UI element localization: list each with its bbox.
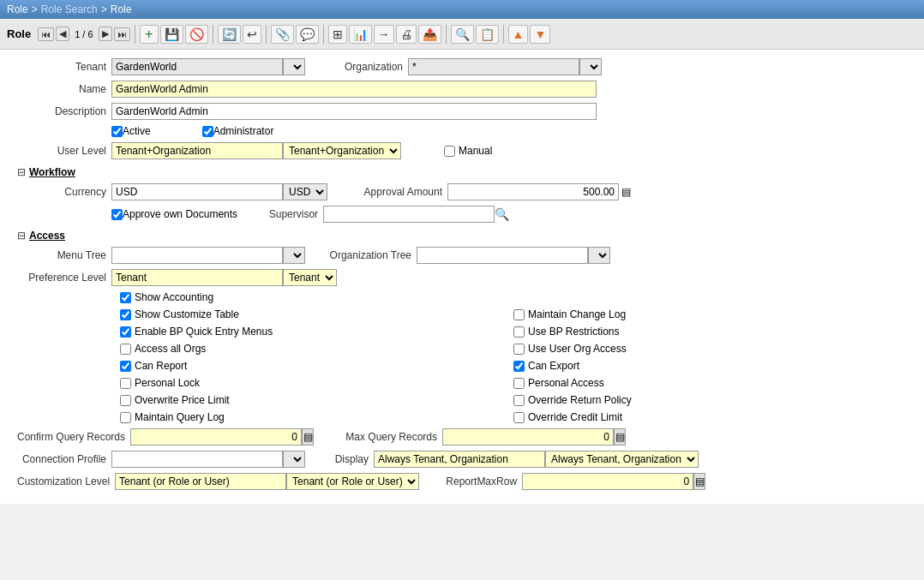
breadcrumb-sep2: > [101, 3, 107, 15]
export-button[interactable]: 📤 [418, 25, 441, 44]
nav-first-button[interactable]: ⏮ [38, 27, 54, 41]
zoom-button[interactable]: 🔍 [451, 25, 474, 44]
down-button[interactable]: ▼ [530, 25, 550, 44]
approve-own-docs-label: Approve own Documents [123, 208, 237, 220]
customization-level-dropdown[interactable]: Tenant (or Role or User) [286, 473, 419, 490]
overwrite-price-limit-label: Overwrite Price Limit [135, 394, 230, 406]
administrator-checkbox[interactable] [202, 126, 213, 137]
tenant-input[interactable] [111, 58, 283, 75]
show-accounting-checkbox[interactable] [120, 292, 131, 303]
use-bp-restrictions-checkbox[interactable] [513, 326, 525, 338]
user-level-dropdown[interactable]: Tenant+Organization [283, 142, 401, 159]
personal-lock-label: Personal Lock [135, 377, 200, 389]
chart-button[interactable]: 📊 [349, 25, 372, 44]
override-return-policy-checkbox[interactable] [513, 395, 525, 406]
note-button[interactable]: 💬 [296, 25, 319, 44]
report-max-row-input[interactable] [522, 473, 693, 490]
use-user-org-access-checkbox[interactable] [513, 344, 525, 355]
supervisor-search-icon[interactable]: 🔍 [495, 207, 508, 221]
customization-level-input[interactable] [115, 473, 286, 490]
cb-row-personal-lock-access: Personal Lock Personal Access [120, 377, 907, 389]
breadcrumb-link1[interactable]: Role Search [41, 3, 98, 15]
name-input[interactable] [111, 81, 597, 98]
workflow-section-label: Workflow [29, 166, 75, 178]
show-customize-table-checkbox[interactable] [120, 309, 131, 320]
print-button[interactable]: 🖨 [396, 25, 417, 44]
menu-tree-input[interactable] [111, 247, 283, 264]
access-all-orgs-checkbox[interactable] [120, 344, 131, 355]
overwrite-price-limit-checkbox[interactable] [120, 395, 131, 406]
override-return-policy-label: Override Return Policy [528, 394, 632, 406]
override-credit-limit-checkbox[interactable] [513, 412, 525, 423]
preference-level-input[interactable] [111, 269, 283, 286]
org-input[interactable] [408, 58, 579, 75]
can-report-checkbox[interactable] [120, 361, 131, 372]
cb-row-bp-quick-restrictions: Enable BP Quick Entry Menus Use BP Restr… [120, 326, 907, 338]
nav-next-button[interactable]: ▶ [99, 27, 112, 41]
report-max-row-label: ReportMaxRow [436, 475, 522, 487]
active-checkbox[interactable] [111, 126, 123, 137]
can-export-checkbox[interactable] [513, 361, 525, 372]
refresh-button[interactable]: 🔄 [218, 25, 241, 44]
toolbar-title: Role [7, 27, 31, 40]
user-level-label: User Level [17, 145, 111, 157]
cb-row-price-return: Overwrite Price Limit Override Return Po… [120, 394, 907, 406]
manual-checkbox[interactable] [444, 146, 455, 157]
approval-amount-input[interactable] [447, 183, 619, 200]
save-button[interactable]: 💾 [160, 25, 183, 44]
workflow-section-header[interactable]: ⊟ Workflow [17, 166, 907, 178]
org-label: Organization [331, 61, 408, 73]
nav-last-button[interactable]: ⏭ [114, 27, 130, 41]
currency-input[interactable] [111, 183, 283, 200]
personal-access-checkbox[interactable] [513, 378, 525, 389]
org-tree-dropdown[interactable] [588, 247, 610, 264]
max-query-records-input[interactable] [442, 428, 614, 445]
toolbar-sep2 [213, 25, 213, 44]
report-max-row-spin[interactable]: ▤ [693, 473, 705, 490]
toolbar: Role ⏮ ◀ 1 / 6 ▶ ⏭ + 💾 🚫 🔄 ↩ 📎 💬 ⊞ 📊 → 🖨… [0, 19, 924, 50]
org-dropdown[interactable] [579, 58, 602, 75]
connection-profile-dropdown[interactable] [283, 451, 305, 468]
approval-amount-spin[interactable]: ▤ [619, 185, 633, 199]
attach-button[interactable]: 📎 [271, 25, 294, 44]
active-label: Active [123, 125, 151, 137]
preference-level-dropdown[interactable]: Tenant [283, 269, 337, 286]
grid-button[interactable]: ⊞ [328, 25, 347, 44]
display-label: Display [322, 453, 374, 465]
up-button[interactable]: ▲ [508, 25, 529, 44]
tenant-dropdown[interactable] [283, 58, 305, 75]
toolbar-sep4 [323, 25, 324, 44]
maintain-change-log-checkbox[interactable] [513, 309, 525, 320]
enable-bp-quick-checkbox[interactable] [120, 326, 131, 338]
connection-profile-input[interactable] [111, 451, 283, 468]
tenant-label: Tenant [17, 61, 111, 73]
display-input[interactable] [374, 451, 545, 468]
menu-tree-dropdown[interactable] [283, 247, 305, 264]
personal-lock-checkbox[interactable] [120, 378, 131, 389]
delete-button[interactable]: 🚫 [185, 25, 208, 44]
confirm-query-spin[interactable]: ▤ [302, 428, 314, 445]
nav-prev-button[interactable]: ◀ [56, 27, 69, 41]
confirm-query-records-input[interactable] [130, 428, 302, 445]
approve-own-docs-checkbox[interactable] [111, 209, 123, 220]
desc-input[interactable] [111, 103, 597, 120]
customization-level-label: Customization Level [17, 475, 115, 487]
arrow-right-button[interactable]: → [374, 25, 394, 44]
display-dropdown[interactable]: Always Tenant, Organization [545, 451, 699, 468]
report-button[interactable]: 📋 [476, 25, 499, 44]
maintain-query-log-checkbox[interactable] [120, 412, 131, 423]
form-area: Tenant Organization Name Description [0, 50, 924, 504]
menu-tree-label: Menu Tree [17, 249, 111, 261]
supervisor-input[interactable] [323, 206, 495, 223]
breadcrumb: Role > Role Search > Role [0, 0, 924, 19]
undo-button[interactable]: ↩ [243, 25, 261, 44]
approve-supervisor-row: Approve own Documents Supervisor 🔍 [17, 206, 907, 223]
access-section-header[interactable]: ⊟ Access [17, 230, 907, 242]
new-record-button[interactable]: + [140, 25, 159, 44]
name-row: Name [17, 81, 907, 98]
org-tree-input[interactable] [417, 247, 588, 264]
max-query-spin[interactable]: ▤ [614, 428, 626, 445]
currency-dropdown[interactable]: USD [283, 183, 327, 200]
user-level-input[interactable] [111, 142, 283, 159]
preference-level-row: Preference Level Tenant [17, 269, 907, 286]
